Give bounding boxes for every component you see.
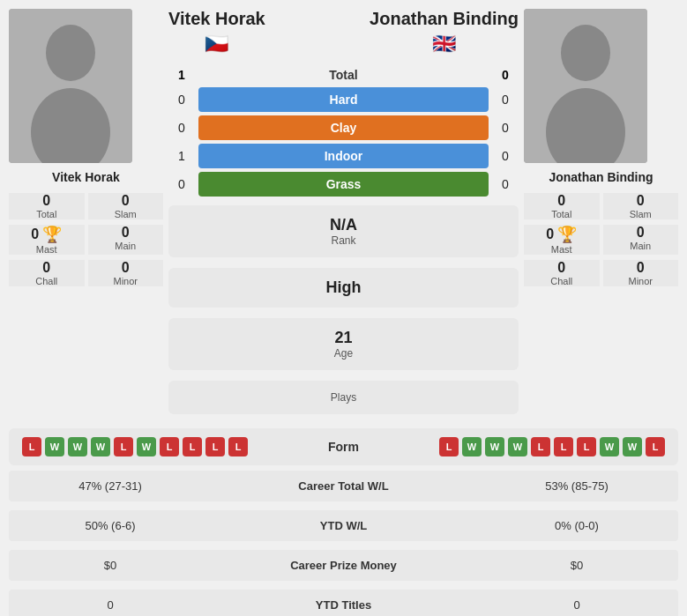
prize-money-right: $0 — [489, 559, 665, 572]
ytd-titles-right: 0 — [489, 598, 665, 612]
left-rank-label: Rank — [177, 234, 510, 247]
left-form-W4: W — [137, 437, 156, 456]
center-column: Vitek Horak 🇨🇿 Jonathan Binding 🇬🇧 1 Tot… — [168, 9, 519, 421]
right-player-name: Jonathan Binding — [524, 170, 678, 184]
left-slam-stat: 0 Slam — [88, 193, 164, 219]
left-chall-value: 0 — [9, 260, 85, 276]
left-flag: 🇨🇿 — [168, 33, 265, 56]
left-form-W3: W — [91, 437, 110, 456]
right-form-W3: W — [508, 437, 527, 456]
grass-left-count: 0 — [168, 177, 195, 191]
clay-badge: Clay — [198, 115, 489, 140]
right-slam-label: Slam — [603, 209, 679, 219]
left-center-name: Vitek Horak — [168, 9, 265, 29]
ytd-wl-left: 50% (6-6) — [22, 519, 198, 532]
left-mast-value: 0 — [31, 226, 39, 242]
svg-point-4 — [561, 25, 610, 81]
left-age-value: 21 — [177, 329, 510, 347]
left-minor-label: Minor — [88, 276, 164, 286]
ytd-titles-left: 0 — [22, 598, 198, 612]
right-slam-value: 0 — [603, 193, 679, 209]
left-form-W1: W — [45, 437, 64, 456]
left-chall-stat: 0 Chall — [9, 260, 85, 286]
right-main-value: 0 — [603, 225, 679, 241]
right-flag: 🇬🇧 — [370, 33, 519, 56]
left-player-name: Vitek Horak — [9, 170, 163, 184]
right-form-L2: L — [531, 437, 550, 456]
right-main-stat: 0 Main — [603, 225, 679, 255]
left-total-stat: 0 Total — [9, 193, 85, 219]
right-minor-label: Minor — [603, 276, 679, 286]
left-main-stat: 0 Main — [88, 225, 164, 255]
center-stat-boxes: N/A Rank — [168, 205, 519, 264]
form-section: L W W W L W L L L L Form L W W W L L L W… — [9, 428, 678, 465]
right-total-stat: 0 Total — [524, 193, 600, 219]
right-total-value: 0 — [524, 193, 600, 209]
main-container: Vitek Horak 0 Total 0 Slam 0 🏆 — [0, 0, 687, 616]
right-stats-row3: 0 Chall 0 Minor — [524, 260, 678, 286]
hard-left-count: 0 — [168, 93, 195, 107]
career-total-left: 47% (27-31) — [22, 479, 198, 493]
career-total-row: 47% (27-31) Career Total W/L 53% (85-75) — [9, 471, 678, 501]
left-age-label: Age — [177, 347, 510, 360]
right-chall-stat: 0 Chall — [524, 260, 600, 286]
left-mast-stat: 0 🏆 Mast — [9, 225, 85, 255]
left-form-L3: L — [160, 437, 179, 456]
prize-money-row: $0 Career Prize Money $0 — [9, 550, 678, 581]
left-stats-row3: 0 Chall 0 Minor — [9, 260, 163, 286]
top-section: Vitek Horak 0 Total 0 Slam 0 🏆 — [9, 9, 678, 421]
svg-point-1 — [46, 25, 95, 81]
bottom-section: 47% (27-31) Career Total W/L 53% (85-75)… — [9, 471, 678, 616]
ytd-wl-row: 50% (6-6) YTD W/L 0% (0-0) — [9, 510, 678, 541]
ytd-titles-row: 0 YTD Titles 0 — [9, 590, 678, 616]
left-high-box: High — [168, 268, 519, 308]
right-form-W1: W — [462, 437, 482, 456]
ytd-titles-label: YTD Titles — [198, 598, 489, 612]
right-minor-stat: 0 Minor — [603, 260, 679, 286]
right-slam-stat: 0 Slam — [603, 193, 679, 219]
right-total-count: 0 — [492, 68, 519, 82]
form-label: Form — [309, 440, 379, 454]
left-stats-row1: 0 Total 0 Slam — [9, 193, 163, 219]
left-rank-box: N/A Rank — [168, 205, 519, 257]
right-mast-label: Mast — [524, 244, 600, 255]
ytd-wl-right: 0% (0-0) — [489, 519, 665, 532]
left-player-card: Vitek Horak 0 Total 0 Slam 0 🏆 — [9, 9, 163, 421]
right-chall-label: Chall — [524, 276, 600, 286]
center-stat-boxes3: 21 Age — [168, 318, 519, 377]
left-main-value: 0 — [88, 225, 164, 241]
left-name-block: Vitek Horak 🇨🇿 — [168, 9, 265, 56]
surface-row-grass: 0 Grass 0 — [168, 172, 519, 197]
center-stat-boxes4: Plays — [168, 381, 519, 421]
right-minor-value: 0 — [603, 260, 679, 276]
clay-right-count: 0 — [492, 121, 519, 135]
left-total-label: Total — [9, 209, 85, 219]
left-total-value: 0 — [9, 193, 85, 209]
indoor-left-count: 1 — [168, 149, 195, 163]
hard-right-count: 0 — [492, 93, 519, 107]
ytd-wl-label: YTD W/L — [198, 519, 489, 532]
right-form-L4: L — [577, 437, 596, 456]
right-player-avatar — [524, 9, 647, 163]
right-form-W4: W — [600, 437, 619, 456]
left-trophy-icon: 🏆 — [42, 225, 62, 244]
grass-right-count: 0 — [492, 177, 519, 191]
left-form-W2: W — [68, 437, 87, 456]
left-stats-row2: 0 🏆 Mast 0 Main — [9, 225, 163, 255]
right-form-W5: W — [623, 437, 642, 456]
career-total-label: Career Total W/L — [198, 479, 489, 493]
indoor-badge: Indoor — [198, 144, 489, 168]
indoor-right-count: 0 — [492, 149, 519, 163]
right-trophy-icon: 🏆 — [557, 225, 577, 244]
right-form-L3: L — [554, 437, 573, 456]
prize-money-label: Career Prize Money — [198, 559, 489, 572]
left-main-label: Main — [88, 241, 164, 251]
clay-left-count: 0 — [168, 121, 195, 135]
right-main-label: Main — [603, 241, 679, 251]
left-slam-value: 0 — [88, 193, 164, 209]
surface-row-clay: 0 Clay 0 — [168, 115, 519, 140]
right-center-name: Jonathan Binding — [370, 9, 519, 29]
left-chall-label: Chall — [9, 276, 85, 286]
left-form-L2: L — [114, 437, 133, 456]
right-form-L1: L — [439, 437, 459, 456]
